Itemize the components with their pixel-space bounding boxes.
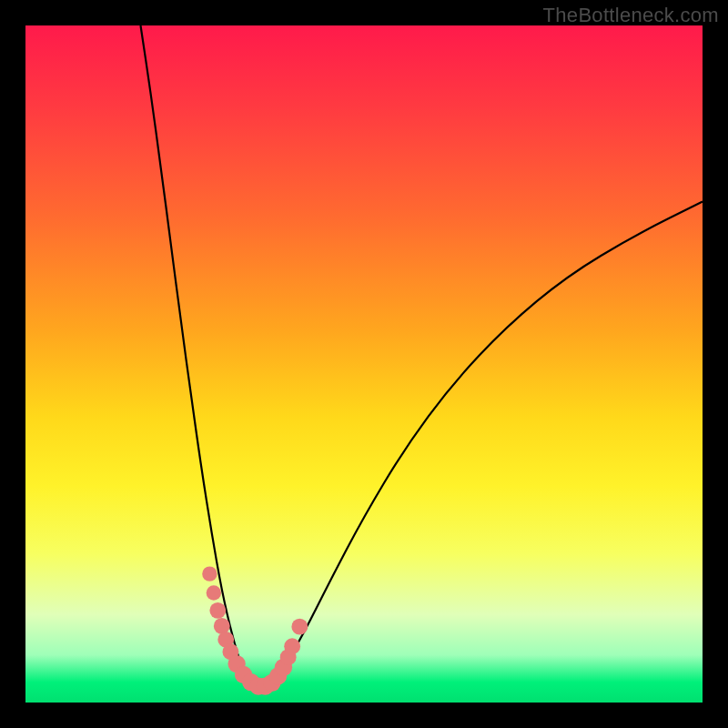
data-point	[291, 619, 308, 635]
data-point	[284, 638, 300, 654]
data-point	[202, 566, 217, 581]
data-point	[209, 602, 226, 619]
chart-dots	[25, 25, 703, 703]
data-point	[207, 585, 221, 600]
watermark-text: TheBottleneck.com	[543, 4, 719, 27]
chart-frame: TheBottleneck.com	[0, 0, 728, 728]
